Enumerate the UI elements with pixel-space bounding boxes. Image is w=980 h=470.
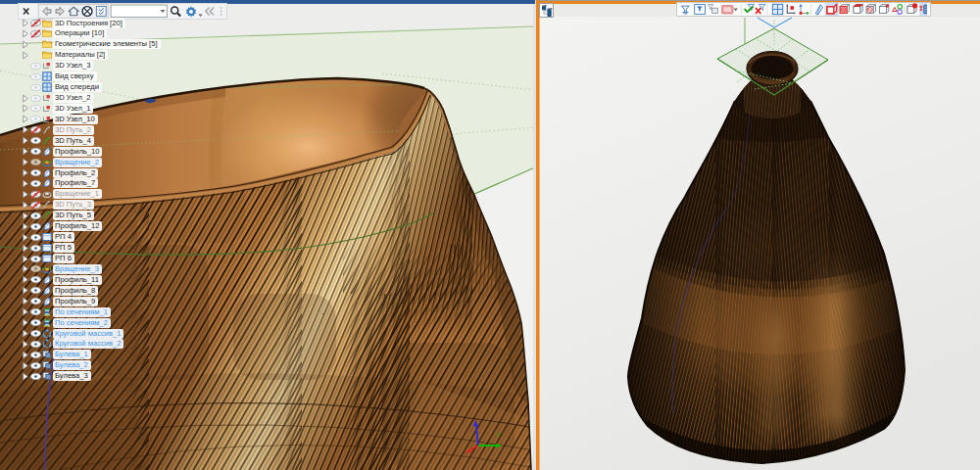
svg-text:Y: Y — [496, 432, 501, 439]
